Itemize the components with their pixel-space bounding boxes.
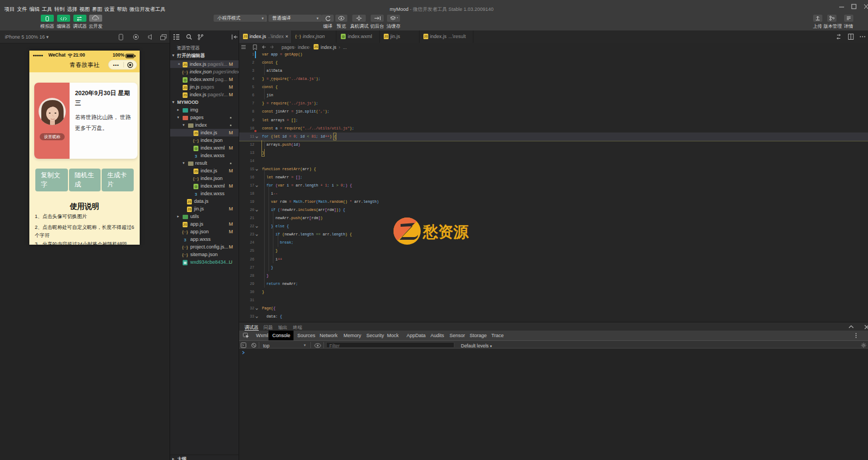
svg-text:愁资源: 愁资源 [422, 223, 469, 240]
